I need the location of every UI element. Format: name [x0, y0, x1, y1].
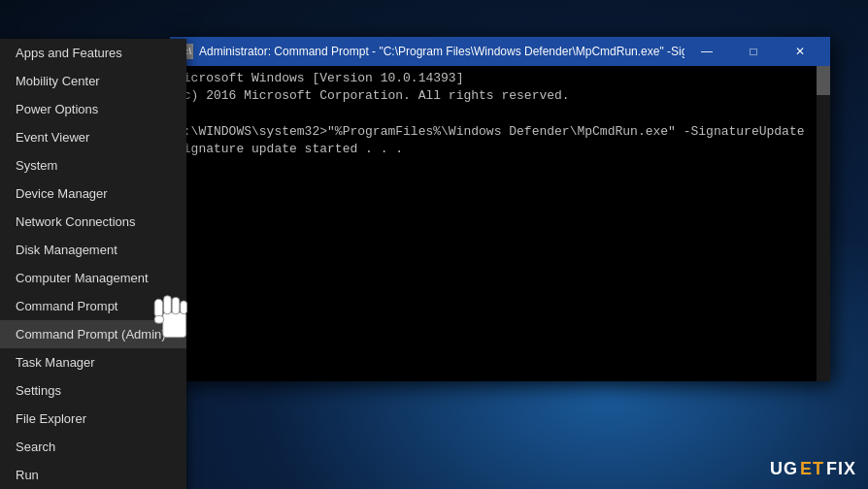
menu-item-event-viewer[interactable]: Event Viewer [0, 123, 186, 151]
menu-item-apps-features[interactable]: Apps and Features [0, 39, 186, 67]
menu-item-search[interactable]: Search [0, 433, 186, 461]
menu-item-run[interactable]: Run [0, 461, 186, 489]
watermark-part3: FIX [826, 459, 856, 479]
menu-item-settings[interactable]: Settings [0, 376, 186, 405]
cmd-controls: — □ ✕ [684, 37, 822, 66]
cmd-output: Microsoft Windows [Version 10.0.14393] (… [176, 70, 824, 158]
menu-item-command-prompt-admin[interactable]: Command Prompt (Admin) [0, 320, 186, 348]
maximize-button[interactable]: □ [731, 37, 776, 66]
menu-item-label: Search [16, 440, 55, 454]
menu-item-task-manager[interactable]: Task Manager [0, 348, 186, 376]
menu-item-system[interactable]: System [0, 151, 186, 179]
menu-item-command-prompt[interactable]: Command Prompt [0, 292, 186, 320]
menu-item-label: Device Manager [16, 186, 108, 201]
watermark: UGETFIX [770, 459, 856, 479]
watermark-part2: ET [800, 459, 824, 479]
menu-item-network-connections[interactable]: Network Connections [0, 208, 186, 236]
cmd-titlebar: C:\ Administrator: Command Prompt - "C:\… [170, 37, 830, 66]
menu-item-device-manager[interactable]: Device Manager [0, 179, 186, 208]
cmd-title: Administrator: Command Prompt - "C:\Prog… [199, 45, 684, 58]
menu-item-label: Task Manager [16, 355, 95, 370]
menu-item-label: Mobility Center [16, 74, 100, 88]
menu-item-label: Settings [16, 383, 61, 398]
menu-item-disk-management[interactable]: Disk Management [0, 236, 186, 264]
menu-item-label: Apps and Features [16, 46, 122, 60]
menu-item-label: File Explorer [16, 411, 86, 426]
minimize-button[interactable]: — [684, 37, 729, 66]
menu-item-mobility-center[interactable]: Mobility Center [0, 67, 186, 95]
menu-item-label: Power Options [16, 102, 98, 116]
menu-item-label: Disk Management [16, 243, 117, 257]
menu-item-label: Run [16, 468, 39, 482]
cmd-scrollbar[interactable] [817, 66, 830, 381]
cmd-window: C:\ Administrator: Command Prompt - "C:\… [170, 37, 830, 381]
menu-item-label: Network Connections [16, 214, 136, 229]
menu-item-label: Computer Management [16, 271, 149, 285]
cmd-body: Microsoft Windows [Version 10.0.14393] (… [170, 66, 830, 381]
close-button[interactable]: ✕ [778, 37, 822, 66]
menu-item-computer-management[interactable]: Computer Management [0, 264, 186, 292]
menu-item-file-explorer[interactable]: File Explorer [0, 405, 186, 433]
menu-item-label: Command Prompt [16, 299, 117, 313]
menu-item-label: System [16, 158, 57, 173]
menu-item-label: Command Prompt (Admin) [16, 327, 166, 342]
context-menu: Apps and FeaturesMobility CenterPower Op… [0, 39, 186, 489]
watermark-part1: UG [770, 459, 798, 479]
menu-item-power-options[interactable]: Power Options [0, 95, 186, 123]
cmd-scrollbar-thumb[interactable] [817, 66, 830, 95]
menu-item-label: Event Viewer [16, 130, 89, 145]
